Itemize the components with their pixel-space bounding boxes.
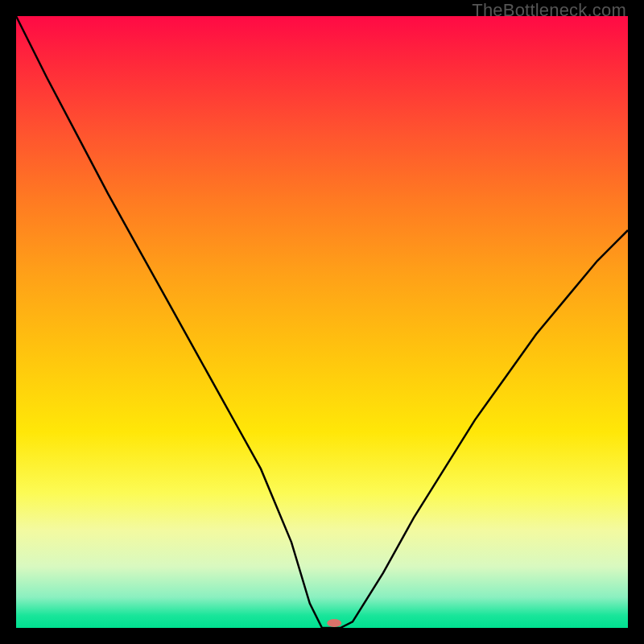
- curve-line: [16, 16, 628, 628]
- watermark-text: TheBottleneck.com: [472, 0, 626, 21]
- marker-dot: [327, 619, 341, 627]
- chart-overlay: [16, 16, 628, 628]
- chart-frame: TheBottleneck.com: [0, 0, 644, 644]
